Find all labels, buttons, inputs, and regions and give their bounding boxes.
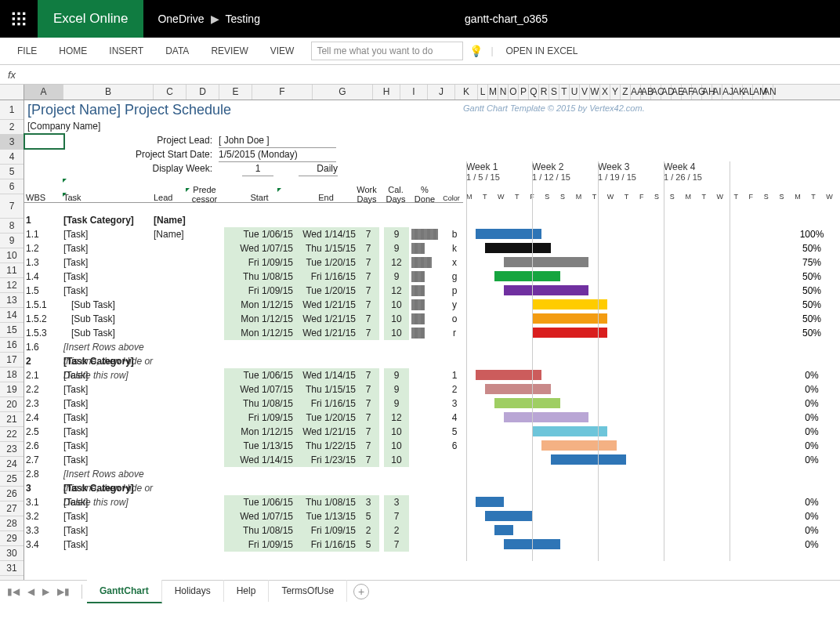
row-header-23[interactable]: 23 <box>0 442 24 457</box>
col-header-AF[interactable]: AF <box>682 85 692 100</box>
table-row[interactable]: 2.4[Task]Fri 1/09/15Tue 1/20/157120%4 <box>24 411 840 425</box>
table-row[interactable]: 3[Task Category] <box>24 481 840 495</box>
table-row[interactable]: 1.4[Task]Thu 1/08/15Fri 1/16/157950%g <box>24 270 840 284</box>
table-row[interactable]: 1.5[Task]Fri 1/09/15Tue 1/20/1571250%p <box>24 284 840 298</box>
row-header-21[interactable]: 21 <box>0 412 24 427</box>
table-row[interactable]: 2.8[Insert Rows above this one, then Hid… <box>24 467 840 481</box>
lightbulb-icon[interactable]: 💡 <box>469 45 483 57</box>
col-header-I[interactable]: I <box>400 85 428 100</box>
col-header-AL[interactable]: AL <box>743 85 753 100</box>
col-header-G[interactable]: G <box>313 85 373 100</box>
table-row[interactable]: 1.3[Task]Fri 1/09/15Tue 1/20/1571275%x <box>24 255 840 270</box>
col-header-AC[interactable]: AC <box>651 85 661 100</box>
row-header-22[interactable]: 22 <box>0 427 24 442</box>
col-header-AI[interactable]: AI <box>712 85 722 100</box>
row-header-30[interactable]: 30 <box>0 546 24 561</box>
table-row[interactable]: 2.2[Task]Wed 1/07/15Thu 1/15/15790%2 <box>24 382 840 396</box>
col-header-L[interactable]: L <box>478 85 488 100</box>
tellme-search[interactable]: Tell me what you want to do <box>311 42 463 60</box>
row-header-5[interactable]: 5 <box>0 165 24 179</box>
col-header-B[interactable]: B <box>63 85 154 100</box>
row-header-9[interactable]: 9 <box>0 234 24 248</box>
sheet-next-icon[interactable]: ▶ <box>40 586 52 597</box>
col-header-C[interactable]: C <box>154 85 186 100</box>
sheet-tab-help[interactable]: Help <box>224 580 270 602</box>
formula-bar[interactable]: fx <box>0 65 840 85</box>
row-header-6[interactable]: 6 <box>0 179 24 194</box>
col-header-A[interactable]: A <box>24 85 63 100</box>
ribbon-tab-file[interactable]: FILE <box>6 38 48 64</box>
row-header-8[interactable]: 8 <box>0 219 24 234</box>
sheet-tab-termsofuse[interactable]: TermsOfUse <box>269 580 347 602</box>
row-header-28[interactable]: 28 <box>0 516 24 531</box>
col-header-N[interactable]: N <box>498 85 509 100</box>
table-row[interactable]: 2.1[Task]Tue 1/06/15Wed 1/14/15790%1 <box>24 368 840 382</box>
table-row[interactable]: 2[Task Category] <box>24 354 840 368</box>
table-row[interactable]: 3.2[Task]Wed 1/07/15Tue 1/13/15570% <box>24 509 840 523</box>
col-header-AJ[interactable]: AJ <box>722 85 733 100</box>
row-header-3[interactable]: 3 <box>0 135 24 150</box>
row-header-18[interactable]: 18 <box>0 368 24 382</box>
col-header-U[interactable]: U <box>570 85 580 100</box>
col-header-F[interactable]: F <box>252 85 313 100</box>
col-header-S[interactable]: S <box>549 85 559 100</box>
col-header-AG[interactable]: AG <box>692 85 702 100</box>
row-header-15[interactable]: 15 <box>0 323 24 338</box>
cell-area[interactable]: [Project Name] Project Schedule Gantt Ch… <box>24 100 840 580</box>
row-header-2[interactable]: 2 <box>0 120 24 135</box>
col-header-D[interactable]: D <box>186 85 219 100</box>
ribbon-tab-view[interactable]: VIEW <box>259 38 306 64</box>
ribbon-tab-insert[interactable]: INSERT <box>98 38 154 64</box>
ribbon-tab-review[interactable]: REVIEW <box>200 38 259 64</box>
row-header-4[interactable]: 4 <box>0 150 24 165</box>
col-header-AH[interactable]: AH <box>702 85 712 100</box>
row-header-25[interactable]: 25 <box>0 472 24 487</box>
row-header-12[interactable]: 12 <box>0 278 24 293</box>
table-row[interactable]: 3.4[Task]Fri 1/09/15Fri 1/16/15570% <box>24 538 840 552</box>
selectall-corner[interactable] <box>0 85 24 100</box>
ribbon-tab-home[interactable]: HOME <box>48 38 98 64</box>
row-header-17[interactable]: 17 <box>0 353 24 368</box>
table-row[interactable]: 1.2[Task]Wed 1/07/15Thu 1/15/157950%k <box>24 241 840 255</box>
row-header-27[interactable]: 27 <box>0 501 24 516</box>
col-header-R[interactable]: R <box>539 85 549 100</box>
table-row[interactable]: 1[Task Category][Name] <box>24 213 840 227</box>
col-header-AA[interactable]: AA <box>631 85 641 100</box>
table-row[interactable]: 2.3[Task]Thu 1/08/15Fri 1/16/15790%3 <box>24 396 840 411</box>
col-header-Z[interactable]: Z <box>621 85 631 100</box>
col-header-V[interactable]: V <box>580 85 590 100</box>
table-row[interactable]: 2.5[Task]Mon 1/12/15Wed 1/21/157100%5 <box>24 425 840 439</box>
open-in-excel-button[interactable]: OPEN IN EXCEL <box>506 45 578 56</box>
col-header-M[interactable]: M <box>488 85 498 100</box>
table-row[interactable]: 2.6[Task]Tue 1/13/15Thu 1/22/157100%6 <box>24 439 840 453</box>
row-header-11[interactable]: 11 <box>0 263 24 278</box>
col-header-Y[interactable]: Y <box>610 85 621 100</box>
col-header-K[interactable]: K <box>455 85 478 100</box>
col-header-AD[interactable]: AD <box>661 85 672 100</box>
table-row[interactable]: 1.5.1[Sub Task]Mon 1/12/15Wed 1/21/15710… <box>24 298 840 312</box>
col-header-P[interactable]: P <box>519 85 529 100</box>
col-header-J[interactable]: J <box>428 85 455 100</box>
col-header-E[interactable]: E <box>219 85 252 100</box>
row-header-19[interactable]: 19 <box>0 382 24 397</box>
col-header-H[interactable]: H <box>373 85 400 100</box>
col-header-AB[interactable]: AB <box>641 85 651 100</box>
row-header-1[interactable]: 1 <box>0 100 24 120</box>
col-header-AE[interactable]: AE <box>672 85 682 100</box>
table-row[interactable]: 1.6[Insert Rows above this one, then Hid… <box>24 340 840 354</box>
row-header-24[interactable]: 24 <box>0 457 24 472</box>
table-row[interactable]: 1.5.2[Sub Task]Mon 1/12/15Wed 1/21/15710… <box>24 312 840 326</box>
row-header-31[interactable]: 31 <box>0 561 24 576</box>
sheet-tab-ganttchart[interactable]: GanttChart <box>87 580 162 603</box>
row-header-14[interactable]: 14 <box>0 308 24 323</box>
col-header-Q[interactable]: Q <box>529 85 539 100</box>
col-header-AK[interactable]: AK <box>733 85 743 100</box>
row-header-20[interactable]: 20 <box>0 397 24 412</box>
col-header-AM[interactable]: AM <box>753 85 763 100</box>
row-header-7[interactable]: 7 <box>0 194 24 219</box>
table-row[interactable]: 1.5.3[Sub Task]Mon 1/12/15Wed 1/21/15710… <box>24 326 840 340</box>
row-header-10[interactable]: 10 <box>0 248 24 263</box>
table-row[interactable]: 1.1[Task][Name]Tue 1/06/15Wed 1/14/15791… <box>24 227 840 241</box>
sheet-last-icon[interactable]: ▶▮ <box>55 586 72 597</box>
sheet-prev-icon[interactable]: ◀ <box>25 586 37 597</box>
